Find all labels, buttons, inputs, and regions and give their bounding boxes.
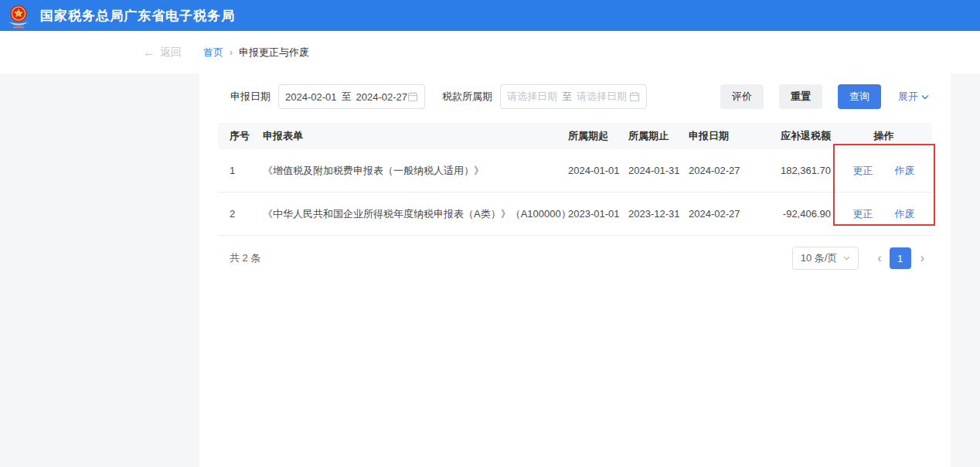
col-header-period-start: 所属期起 xyxy=(568,129,628,143)
declare-date-range-input[interactable]: 2024-02-01 至 2024-02-27 xyxy=(278,84,425,109)
tax-bureau-logo-icon xyxy=(5,3,32,31)
tax-period-range-input[interactable]: 请选择日期 至 请选择日期 xyxy=(500,84,647,109)
prev-page-icon[interactable]: ‹ xyxy=(869,252,889,264)
range-to-label: 至 xyxy=(342,90,352,104)
table-row: 1 《增值税及附加税费申报表（一般纳税人适用）》 2024-01-01 2024… xyxy=(218,149,932,193)
declare-date-end[interactable]: 2024-02-27 xyxy=(356,91,408,103)
reset-button[interactable]: 重置 xyxy=(779,84,822,109)
cell-no: 1 xyxy=(218,165,263,176)
back-arrow-icon: ← xyxy=(143,46,155,60)
cell-period-start: 2023-01-01 xyxy=(568,208,628,220)
col-header-action: 操作 xyxy=(835,129,932,143)
range-to-label: 至 xyxy=(562,90,572,104)
col-header-form: 申报表单 xyxy=(263,129,568,143)
evaluate-button[interactable]: 评价 xyxy=(720,84,764,109)
void-link[interactable]: 作废 xyxy=(895,164,915,178)
tax-period-label: 税款所属期 xyxy=(442,90,492,104)
app-header: 国家税务总局广东省电子税务局 xyxy=(0,0,980,31)
page-number-button[interactable]: 1 xyxy=(890,247,911,269)
breadcrumb: ← 返回 首页 › 申报更正与作废 xyxy=(0,31,980,73)
query-button[interactable]: 查询 xyxy=(838,84,881,109)
declare-date-start[interactable]: 2024-02-01 xyxy=(285,91,337,103)
void-link[interactable]: 作废 xyxy=(895,207,915,221)
next-page-icon[interactable]: › xyxy=(913,252,932,264)
page-size-select[interactable]: 10 条/页 xyxy=(792,247,859,270)
table-row: 2 《中华人民共和国企业所得税年度纳税申报表（A类）》（A100000） 202… xyxy=(218,193,932,236)
expand-toggle[interactable]: 展开 xyxy=(898,90,929,104)
cell-amount: -92,406.90 xyxy=(774,208,835,220)
breadcrumb-home[interactable]: 首页 xyxy=(203,46,223,60)
col-header-period-end: 所属期止 xyxy=(628,129,689,143)
cell-amount: 182,361.70 xyxy=(774,165,835,176)
calendar-icon xyxy=(407,91,418,102)
cell-declare-date: 2024-02-27 xyxy=(689,165,774,176)
page-title: 国家税务总局广东省电子税务局 xyxy=(40,7,235,25)
calendar-icon xyxy=(629,91,640,102)
tax-period-end[interactable]: 请选择日期 xyxy=(577,90,627,104)
expand-label: 展开 xyxy=(898,90,918,104)
content-card: 申报日期 2024-02-01 至 2024-02-27 税款所属期 请选择日期… xyxy=(199,73,951,467)
correct-link[interactable]: 更正 xyxy=(853,207,873,221)
cell-form-name: 《增值税及附加税费申报表（一般纳税人适用）》 xyxy=(263,164,568,178)
cell-no: 2 xyxy=(218,208,263,220)
main-area: 申报日期 2024-02-01 至 2024-02-27 税款所属期 请选择日期… xyxy=(0,73,980,467)
declarations-table: 序号 申报表单 所属期起 所属期止 申报日期 应补退税额 操作 1 《增值税及附… xyxy=(218,123,932,236)
cell-form-name: 《中华人民共和国企业所得税年度纳税申报表（A类）》（A100000） xyxy=(263,207,568,221)
cell-actions: 更正 作废 xyxy=(835,164,932,178)
chevron-down-icon xyxy=(843,256,850,261)
cell-period-start: 2024-01-01 xyxy=(568,165,628,176)
chevron-down-icon xyxy=(921,94,929,100)
table-body: 1 《增值税及附加税费申报表（一般纳税人适用）》 2024-01-01 2024… xyxy=(218,149,932,236)
col-header-amount: 应补退税额 xyxy=(774,129,835,143)
filter-bar: 申报日期 2024-02-01 至 2024-02-27 税款所属期 请选择日期… xyxy=(218,73,932,109)
breadcrumb-separator-icon: › xyxy=(230,47,233,58)
declare-date-label: 申报日期 xyxy=(230,90,271,104)
total-count-label: 共 2 条 xyxy=(218,251,260,265)
back-label: 返回 xyxy=(160,46,182,60)
cell-period-end: 2023-12-31 xyxy=(628,208,689,220)
col-header-declare-date: 申报日期 xyxy=(689,129,774,143)
correct-link[interactable]: 更正 xyxy=(853,164,873,178)
col-header-no: 序号 xyxy=(218,129,263,143)
table-header-row: 序号 申报表单 所属期起 所属期止 申报日期 应补退税额 操作 xyxy=(218,123,932,149)
page-size-value: 10 条/页 xyxy=(801,251,838,265)
breadcrumb-current: 申报更正与作废 xyxy=(239,46,309,60)
back-button[interactable]: ← 返回 xyxy=(143,46,182,60)
cell-declare-date: 2024-02-27 xyxy=(689,208,774,220)
pagination-bar: 共 2 条 10 条/页 ‹ 1 › xyxy=(218,247,932,270)
cell-period-end: 2024-01-31 xyxy=(628,165,689,176)
tax-period-start[interactable]: 请选择日期 xyxy=(507,90,557,104)
cell-actions: 更正 作废 xyxy=(835,207,932,221)
